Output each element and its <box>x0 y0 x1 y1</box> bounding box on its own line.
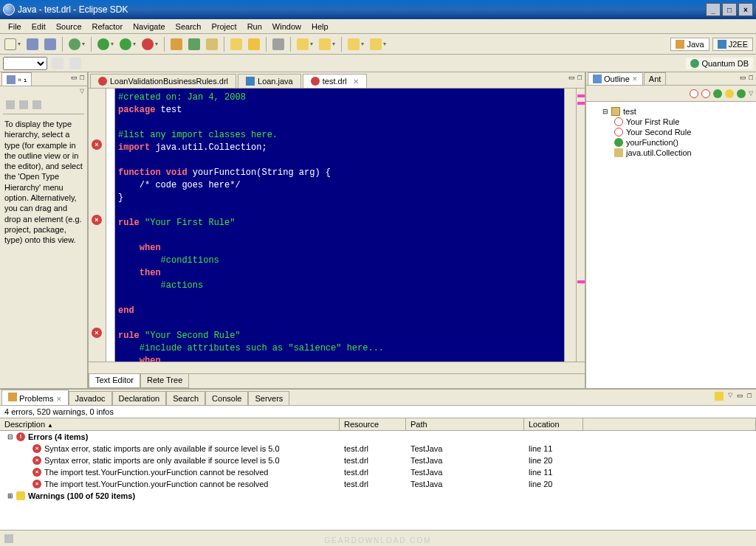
view-menu-button[interactable]: ▽ <box>80 88 84 94</box>
menu-edit[interactable]: Edit <box>27 21 51 32</box>
print-button[interactable] <box>271 37 286 52</box>
error-marker-icon[interactable]: × <box>92 215 102 225</box>
perspective-quantum[interactable]: Quantum DB <box>686 58 753 69</box>
outline-item-3[interactable]: java.util.Collection <box>589 148 753 158</box>
editor-scrollbar-v[interactable] <box>564 89 576 362</box>
error-marker-icon[interactable]: × <box>92 139 102 150</box>
menu-project[interactable]: Project <box>206 21 241 32</box>
fold-column[interactable] <box>106 89 115 362</box>
view-menu-icon[interactable]: ▽ <box>728 392 732 401</box>
hierarchy-sub-icon[interactable] <box>32 100 41 109</box>
servers-tab[interactable]: Servers <box>248 391 289 405</box>
forward-button[interactable]: ▾ <box>368 37 388 52</box>
title-bar: Java - test.drl - Eclipse SDK _ □ × <box>0 0 756 19</box>
editor-tab-1[interactable]: Loan.java <box>238 74 301 88</box>
new-package-button[interactable] <box>169 37 184 52</box>
sort-icon[interactable] <box>737 89 746 98</box>
declaration-tab[interactable]: Declaration <box>112 391 167 405</box>
maximize-button[interactable]: □ <box>722 3 737 16</box>
maximize-problems-button[interactable]: □ <box>748 392 752 401</box>
outline-root[interactable]: ⊟test <box>589 106 753 117</box>
perspective-java[interactable]: Java <box>670 38 709 51</box>
new-folder-button[interactable] <box>205 37 219 52</box>
ant-tab[interactable]: Ant <box>644 72 667 85</box>
zoom-out-button[interactable] <box>68 56 83 71</box>
search-tab[interactable]: Search <box>166 391 205 405</box>
editor-tab-2[interactable]: test.drl✕ <box>303 74 367 88</box>
error-icon: × <box>32 456 41 465</box>
debug-button[interactable]: ▾ <box>67 37 86 52</box>
outline-item-2[interactable]: yourFunction() <box>589 137 753 148</box>
zoom-in-button[interactable] <box>50 56 65 71</box>
code-editor[interactable]: #created on: Jan 4, 2008 package test #l… <box>115 89 564 362</box>
overview-ruler[interactable] <box>576 89 585 362</box>
editor-tab-0[interactable]: LoanValidationBusinessRules.drl <box>90 74 236 88</box>
menu-bar: File Edit Source Refactor Navigate Searc… <box>0 19 756 34</box>
filter-func-icon[interactable] <box>713 89 722 98</box>
maximize-outline-button[interactable]: □ <box>749 74 753 83</box>
javadoc-tab[interactable]: Javadoc <box>69 391 112 405</box>
problem-row[interactable]: × Syntax error, static imports are only … <box>0 443 756 455</box>
filter-rules2-icon[interactable] <box>701 89 710 98</box>
bottom-tab-text-editor[interactable]: Text Editor <box>89 374 140 388</box>
problem-row[interactable]: × The import test.YourFunction.yourFunct… <box>0 478 756 490</box>
close-tab-icon[interactable]: ✕ <box>353 77 359 86</box>
error-marker-icon[interactable]: × <box>92 328 102 338</box>
open-type-button[interactable] <box>229 37 244 52</box>
menu-window[interactable]: Window <box>267 21 306 32</box>
minimize-button[interactable]: _ <box>706 3 721 16</box>
next-annotation-button[interactable]: ▾ <box>295 37 315 52</box>
external-tools-button[interactable]: ▾ <box>140 37 159 52</box>
filter-rules-icon[interactable] <box>690 89 698 98</box>
outline-item-0[interactable]: Your First Rule <box>589 117 753 127</box>
console-tab[interactable]: Console <box>205 391 248 405</box>
back-button[interactable]: ▾ <box>346 37 365 52</box>
perspective-j2ee[interactable]: J2EE <box>712 38 753 51</box>
save-all-button[interactable] <box>43 37 58 52</box>
menu-source[interactable]: Source <box>51 21 87 32</box>
menu-navigate[interactable]: Navigate <box>128 21 170 32</box>
col-location[interactable]: Location <box>524 418 583 430</box>
menu-run[interactable]: Run <box>242 21 267 32</box>
col-path[interactable]: Path <box>406 418 524 430</box>
hierarchy-tab[interactable]: »₁ <box>1 72 32 86</box>
col-description[interactable]: Description ▲ <box>0 418 340 430</box>
minimize-problems-button[interactable]: ▭ <box>737 392 743 401</box>
maximize-pane-button[interactable]: □ <box>80 74 84 84</box>
hierarchy-type-icon[interactable] <box>6 100 15 109</box>
new-class-button[interactable] <box>187 37 202 52</box>
history-dropdown[interactable] <box>3 57 47 70</box>
bottom-tab-rete-tree[interactable]: Rete Tree <box>140 374 189 388</box>
problem-row[interactable]: × The import test.YourFunction.yourFunct… <box>0 466 756 478</box>
minimize-editor-button[interactable]: ▭ <box>568 74 575 81</box>
errors-group[interactable]: ⊟ ! Errors (4 items) <box>0 431 756 443</box>
editor-scrollbar-h[interactable] <box>89 362 585 373</box>
minimize-pane-button[interactable]: ▭ <box>71 74 78 84</box>
outline-menu-button[interactable]: ▽ <box>749 90 753 97</box>
col-resource[interactable]: Resource <box>340 418 406 430</box>
maximize-editor-button[interactable]: □ <box>578 74 582 81</box>
filter-other-icon[interactable] <box>725 89 734 98</box>
problem-row[interactable]: × Syntax error, static imports are only … <box>0 455 756 466</box>
menu-help[interactable]: Help <box>306 21 334 32</box>
watermark: GEARDOWNLOAD.COM <box>324 536 431 545</box>
search-button[interactable] <box>247 37 261 52</box>
run-last-button[interactable]: ▾ <box>118 37 137 52</box>
outline-item-1[interactable]: Your Second Rule <box>589 127 753 137</box>
editor-gutter[interactable]: × × × <box>89 89 106 362</box>
window-title: Java - test.drl - Eclipse SDK <box>18 4 706 15</box>
run-button[interactable]: ▾ <box>96 37 115 52</box>
menu-refactor[interactable]: Refactor <box>87 21 128 32</box>
hierarchy-super-icon[interactable] <box>19 100 28 109</box>
filter-icon[interactable] <box>715 392 724 401</box>
prev-annotation-button[interactable]: ▾ <box>317 37 337 52</box>
minimize-outline-button[interactable]: ▭ <box>740 74 746 83</box>
problems-tab[interactable]: Problems ✕ <box>1 390 69 405</box>
outline-tab[interactable]: Outline ✕ <box>588 72 643 85</box>
close-button[interactable]: × <box>738 3 753 16</box>
menu-search[interactable]: Search <box>171 21 207 32</box>
save-button[interactable] <box>25 37 40 52</box>
warnings-group[interactable]: ⊞ Warnings (100 of 520 items) <box>0 490 756 502</box>
new-button[interactable]: ▾ <box>3 37 22 52</box>
menu-file[interactable]: File <box>3 21 27 32</box>
